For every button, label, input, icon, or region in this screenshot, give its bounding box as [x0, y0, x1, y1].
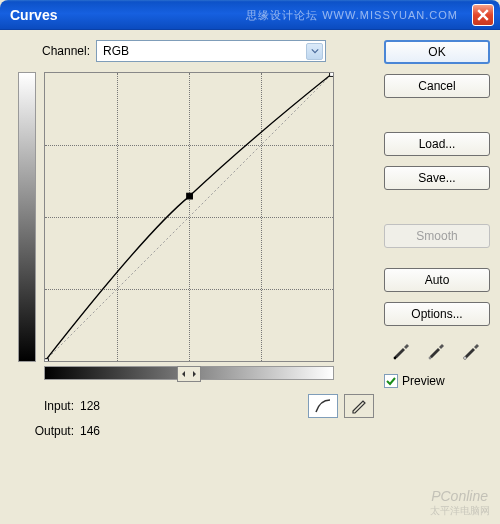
eyedropper-white-icon[interactable] — [461, 338, 483, 360]
svg-rect-1 — [45, 359, 48, 361]
slider-handles-icon — [181, 369, 197, 379]
eyedropper-row — [384, 338, 490, 360]
watermark-pconline: PConline — [431, 488, 488, 504]
ok-button[interactable]: OK — [384, 40, 490, 64]
watermark-top: 思缘设计论坛 WWW.MISSYUAN.COM — [246, 8, 458, 23]
dialog-content: Channel: RGB — [0, 30, 500, 454]
output-label: Output: — [24, 424, 74, 438]
pencil-mode-button[interactable] — [344, 394, 374, 418]
svg-point-5 — [429, 357, 432, 360]
input-output-section: Input: 128 Output: 146 — [24, 394, 374, 438]
input-value[interactable]: 128 — [80, 399, 120, 413]
close-button[interactable] — [472, 4, 494, 26]
curve-line — [45, 73, 333, 361]
curves-graph[interactable] — [44, 72, 334, 362]
right-panel: OK Cancel Load... Save... Smooth Auto Op… — [374, 40, 490, 444]
channel-label: Channel: — [42, 44, 90, 58]
channel-select[interactable]: RGB — [96, 40, 326, 62]
svg-rect-3 — [330, 73, 333, 76]
preview-label: Preview — [402, 374, 445, 388]
svg-rect-2 — [187, 193, 193, 199]
preview-checkbox[interactable] — [384, 374, 398, 388]
pencil-icon — [350, 398, 368, 414]
svg-point-4 — [393, 357, 396, 360]
horizontal-gradient[interactable] — [44, 366, 334, 380]
save-button[interactable]: Save... — [384, 166, 490, 190]
load-button[interactable]: Load... — [384, 132, 490, 156]
chevron-down-icon — [311, 47, 319, 55]
check-icon — [386, 376, 396, 386]
channel-value: RGB — [103, 44, 129, 58]
auto-button[interactable]: Auto — [384, 268, 490, 292]
close-icon — [477, 9, 489, 21]
input-label: Input: — [24, 399, 74, 413]
options-button[interactable]: Options... — [384, 302, 490, 326]
curve-mode-button[interactable] — [308, 394, 338, 418]
curve-icon — [314, 398, 332, 414]
channel-dropdown-button[interactable] — [306, 43, 323, 60]
smooth-button: Smooth — [384, 224, 490, 248]
curves-area — [18, 72, 374, 380]
eyedropper-gray-icon[interactable] — [426, 338, 448, 360]
svg-point-6 — [464, 357, 467, 360]
gradient-slider-handle[interactable] — [177, 366, 201, 382]
left-panel: Channel: RGB — [18, 40, 374, 444]
cancel-button[interactable]: Cancel — [384, 74, 490, 98]
output-value[interactable]: 146 — [80, 424, 120, 438]
watermark-bottom: 太平洋电脑网 — [430, 504, 490, 518]
preview-row: Preview — [384, 374, 490, 388]
eyedropper-black-icon[interactable] — [391, 338, 413, 360]
svg-line-0 — [45, 73, 333, 361]
vertical-gradient — [18, 72, 36, 362]
